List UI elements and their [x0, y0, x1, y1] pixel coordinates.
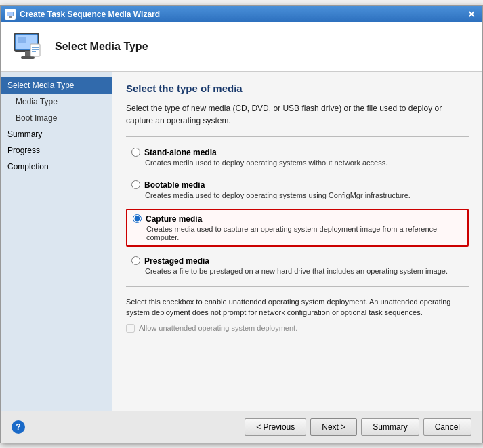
desc-prestaged: Creates a file to be prestaged on a new … — [145, 267, 463, 275]
window-icon — [5, 9, 16, 20]
option-capture[interactable]: Capture media Creates media used to capt… — [126, 209, 469, 247]
option-prestaged[interactable]: Prestaged media Creates a file to be pre… — [126, 252, 469, 279]
summary-button[interactable]: Summary — [361, 418, 419, 436]
footer: ? < Previous Next > Summary Cancel — [1, 411, 482, 443]
footer-buttons: < Previous Next > Summary Cancel — [245, 418, 471, 436]
divider-top — [126, 136, 469, 137]
next-button[interactable]: Next > — [310, 418, 357, 436]
section-title: Select the type of media — [126, 83, 469, 94]
radio-prestaged[interactable] — [131, 256, 140, 265]
sidebar: Select Media Type Media Type Boot Image … — [1, 72, 112, 411]
label-standalone: Stand-alone media — [144, 148, 217, 157]
title-bar-left: Create Task Sequence Media Wizard — [5, 9, 160, 20]
sidebar-item-summary[interactable]: Summary — [1, 126, 112, 142]
section-description: Select the type of new media (CD, DVD, o… — [126, 102, 469, 127]
radio-capture[interactable] — [133, 214, 142, 223]
sidebar-item-select-media-type[interactable]: Select Media Type — [1, 77, 112, 94]
svg-rect-2 — [9, 16, 12, 18]
title-bar: Create Task Sequence Media Wizard ✕ — [1, 6, 482, 22]
svg-rect-7 — [25, 51, 30, 56]
divider-bottom — [126, 286, 469, 287]
checkbox-description: Select this checkbox to enable unattende… — [126, 296, 469, 319]
label-prestaged: Prestaged media — [144, 256, 209, 266]
svg-rect-9 — [30, 44, 40, 56]
checkbox-row: Allow unattended operating system deploy… — [126, 324, 469, 333]
radio-standalone[interactable] — [131, 148, 140, 157]
svg-rect-1 — [7, 12, 13, 16]
desc-capture: Creates media used to capture an operati… — [146, 225, 462, 241]
label-bootable: Bootable media — [144, 180, 205, 190]
svg-rect-8 — [21, 56, 35, 59]
sidebar-item-boot-image[interactable]: Boot Image — [1, 110, 112, 126]
unattended-checkbox[interactable] — [126, 324, 135, 333]
sidebar-item-completion[interactable]: Completion — [1, 159, 112, 175]
unattended-label: Allow unattended operating system deploy… — [139, 324, 297, 332]
prev-button[interactable]: < Previous — [245, 418, 306, 436]
main-content: Select the type of media Select the type… — [112, 72, 482, 411]
content-area: Select Media Type Media Type Boot Image … — [1, 72, 482, 411]
header-icon — [12, 30, 44, 63]
wizard-window: Create Task Sequence Media Wizard ✕ — [0, 5, 483, 443]
radio-bootable[interactable] — [131, 180, 140, 189]
option-bootable[interactable]: Bootable media Creates media used to dep… — [126, 176, 469, 203]
sidebar-item-media-type[interactable]: Media Type — [1, 94, 112, 110]
help-button[interactable]: ? — [12, 420, 25, 434]
cancel-button[interactable]: Cancel — [423, 418, 471, 436]
header-title: Select Media Type — [55, 41, 148, 53]
desc-standalone: Creates media used to deploy operating s… — [145, 159, 463, 167]
window-title: Create Task Sequence Media Wizard — [20, 9, 160, 19]
desc-bootable: Creates media used to deploy operating s… — [145, 191, 463, 199]
header-area: Select Media Type — [1, 22, 482, 72]
sidebar-item-progress[interactable]: Progress — [1, 142, 112, 159]
label-capture: Capture media — [146, 214, 202, 224]
checkbox-section: Select this checkbox to enable unattende… — [126, 296, 469, 333]
svg-rect-3 — [7, 18, 13, 18]
close-button[interactable]: ✕ — [465, 9, 478, 20]
option-standalone[interactable]: Stand-alone media Creates media used to … — [126, 144, 469, 171]
radio-group: Stand-alone media Creates media used to … — [126, 144, 469, 279]
svg-rect-6 — [18, 37, 26, 43]
